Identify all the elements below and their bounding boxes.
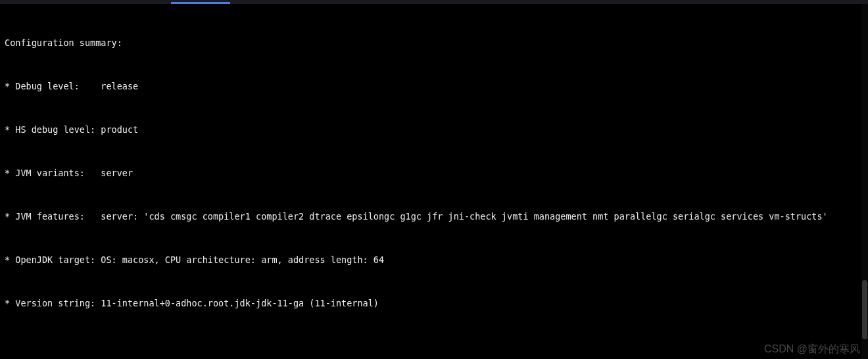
tab-bar	[0, 0, 868, 4]
config-heading: Configuration summary:	[5, 36, 863, 50]
scrollbar-track[interactable]	[861, 4, 868, 359]
active-tab-indicator[interactable]	[171, 2, 230, 4]
blank-line	[5, 339, 863, 354]
config-version-string: * Version string: 11-internal+0-adhoc.ro…	[5, 296, 863, 310]
config-jvm-variants: * JVM variants: server	[5, 166, 863, 180]
config-openjdk-target: * OpenJDK target: OS: macosx, CPU archit…	[5, 252, 863, 267]
config-jvm-features: * JVM features: server: 'cds cmsgc compi…	[5, 209, 863, 224]
scrollbar-thumb[interactable]	[862, 280, 867, 339]
config-hs-debug-level: * HS debug level: product	[5, 122, 863, 137]
config-debug-level: * Debug level: release	[5, 79, 863, 93]
terminal-output[interactable]: Configuration summary: * Debug level: re…	[0, 4, 868, 359]
